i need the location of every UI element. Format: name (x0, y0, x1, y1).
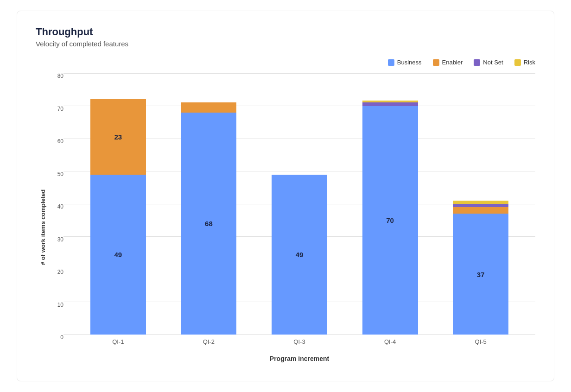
y-axis-tick-label: 60 (57, 139, 63, 144)
segment-enabler (453, 207, 508, 214)
segment-risk (453, 201, 508, 204)
legend-swatch (474, 59, 480, 66)
x-label: QI-5 (450, 338, 511, 353)
y-axis-tick-label: 10 (57, 302, 63, 308)
segment-not-set (362, 102, 418, 106)
segment-business: 70 (362, 106, 418, 335)
bar-value-label: 70 (362, 216, 418, 224)
segment-business: 49 (272, 175, 327, 335)
y-axis-tick-label: 20 (57, 269, 63, 275)
stacked-bar-QI-1: 4923 (90, 99, 146, 335)
y-axis-tick-label: 40 (57, 204, 63, 209)
y-axis-title: # of work items completed (36, 73, 50, 362)
segment-enabler (181, 102, 236, 112)
bar-value-label: 37 (453, 270, 508, 278)
y-axis-labels: 80706050403020100 (50, 73, 63, 362)
legend-item-business: Business (388, 59, 422, 66)
legend-label: Not Set (483, 59, 503, 66)
y-axis-tick-label: 70 (57, 106, 63, 112)
y-axis-tick-label: 80 (57, 73, 63, 79)
bar-value-label: 68 (181, 220, 236, 228)
legend-swatch (514, 59, 521, 66)
segment-enabler: 23 (90, 99, 146, 174)
x-axis: QI-1QI-2QI-3QI-4QI-5 (63, 335, 535, 353)
legend-item-risk: Risk (514, 59, 535, 66)
legend-label: Risk (524, 59, 535, 66)
bar-group-qi_2: 68 (181, 73, 236, 335)
legend-label: Business (397, 59, 422, 66)
legend: BusinessEnablerNot SetRisk (36, 59, 535, 66)
y-axis-tick-label: 0 (60, 335, 63, 340)
bar-group-qi_1: 4923 (90, 73, 146, 335)
x-label: QI-4 (360, 338, 420, 353)
x-label: QI-2 (178, 338, 239, 353)
chart-title: Throughput (36, 26, 535, 38)
segment-business: 68 (181, 113, 236, 335)
y-axis-tick-label: 50 (57, 171, 63, 177)
bar-group-qi_5: 37 (453, 73, 508, 335)
chart-container: Throughput Velocity of completed feature… (17, 11, 554, 381)
bars-row: 492368497037 (63, 73, 535, 335)
legend-item-enabler: Enabler (433, 59, 463, 66)
legend-item-not-set: Not Set (474, 59, 503, 66)
chart-plot: 492368497037 (63, 73, 535, 335)
segment-business: 49 (90, 175, 146, 335)
segment-risk (362, 101, 418, 102)
stacked-bar-QI-3: 49 (272, 175, 327, 335)
x-axis-title: Program increment (63, 355, 535, 362)
segment-not-set (453, 204, 508, 207)
stacked-bar-QI-5: 37 (453, 201, 508, 335)
bar-group-qi_3: 49 (272, 73, 327, 335)
stacked-bar-QI-4: 70 (362, 99, 418, 335)
legend-swatch (388, 59, 394, 66)
legend-swatch (433, 59, 439, 66)
x-label: QI-1 (88, 338, 148, 353)
chart-subtitle: Velocity of completed features (36, 40, 535, 48)
segment-business: 37 (453, 214, 508, 335)
stacked-bar-QI-2: 68 (181, 102, 236, 335)
x-label: QI-3 (269, 338, 330, 353)
bar-value-label: 23 (90, 133, 146, 141)
y-axis-tick-label: 30 (57, 237, 63, 242)
legend-label: Enabler (442, 59, 463, 66)
bar-value-label: 49 (272, 251, 327, 259)
bar-group-qi_4: 70 (362, 73, 418, 335)
bar-value-label: 49 (90, 251, 146, 259)
